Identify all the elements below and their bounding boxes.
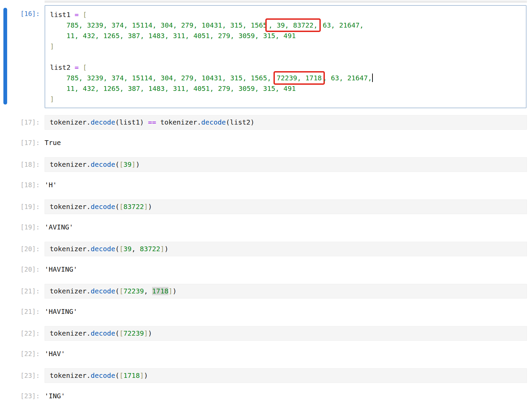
code-line[interactable]: 11, 432, 1265, 387, 1483, 311, 4051, 279… bbox=[50, 83, 521, 94]
code-token: , 39, 83722, bbox=[268, 21, 318, 29]
code-token: tokenizer. bbox=[50, 118, 90, 126]
code-line[interactable]: 11, 432, 1265, 387, 1483, 311, 4051, 279… bbox=[50, 31, 521, 41]
execution-count-prompt: [23]: bbox=[0, 368, 45, 380]
code-token: ( bbox=[115, 160, 119, 169]
code-token bbox=[50, 21, 66, 29]
output-text: True bbox=[45, 139, 532, 147]
code-token: list2 bbox=[50, 63, 74, 71]
code-line[interactable]: 785, 3239, 374, 15114, 304, 279, 10431, … bbox=[50, 73, 521, 83]
code-token: 72239, 1718 bbox=[277, 74, 321, 82]
code-token: ] bbox=[50, 95, 54, 103]
cell-list: [16]:list1 = [ 785, 3239, 374, 15114, 30… bbox=[0, 5, 532, 400]
code-token: ( bbox=[115, 329, 119, 337]
output-text: 'HAVING' bbox=[45, 308, 532, 316]
code-token: 11, 432, 1265, 387, 1483, 311, 4051, 279… bbox=[66, 84, 296, 93]
cell-output: [18]:'H' bbox=[0, 181, 532, 189]
code-token: [ bbox=[119, 329, 123, 337]
code-token: (list2) bbox=[226, 118, 254, 126]
code-cell-active: [16]:list1 = [ 785, 3239, 374, 15114, 30… bbox=[0, 5, 532, 108]
code-token: decode bbox=[201, 118, 226, 126]
execution-count-prompt: [20]: bbox=[0, 266, 45, 273]
code-token: tokenizer. bbox=[50, 287, 90, 295]
code-line[interactable] bbox=[50, 52, 521, 62]
code-input[interactable]: tokenizer.decode([1718]) bbox=[45, 368, 527, 383]
code-token: 1718 bbox=[123, 371, 140, 380]
code-token: 39 bbox=[123, 245, 132, 253]
code-line[interactable]: 785, 3239, 374, 15114, 304, 279, 10431, … bbox=[50, 20, 521, 31]
active-cell-collapser-bar[interactable] bbox=[3, 8, 7, 105]
cell-output: [21]:'HAVING' bbox=[0, 308, 532, 316]
code-token: 785, 3239, 374, 15114, 304, 279, 10431, … bbox=[66, 21, 267, 29]
code-token: 1718 bbox=[152, 287, 168, 295]
code-line[interactable]: ] bbox=[50, 94, 521, 105]
code-input[interactable]: tokenizer.decode([72239]) bbox=[45, 326, 527, 341]
code-cell: [22]:tokenizer.decode([72239]) bbox=[0, 326, 532, 341]
code-token bbox=[50, 84, 66, 93]
code-token: 39 bbox=[123, 160, 132, 169]
cell-output: [22]:'HAV' bbox=[0, 350, 532, 358]
execution-count-prompt: [22]: bbox=[0, 350, 45, 358]
code-token: ] bbox=[160, 245, 164, 253]
code-input[interactable]: tokenizer.decode([72239, 1718]) bbox=[45, 284, 527, 299]
code-token: 72239 bbox=[123, 287, 144, 295]
code-token: decode bbox=[90, 245, 115, 253]
code-token: list1 bbox=[50, 11, 74, 19]
cell-output: [17]:True bbox=[0, 139, 532, 147]
code-token: [ bbox=[83, 63, 87, 71]
cell-output: [23]:'ING' bbox=[0, 392, 532, 400]
code-cell: [21]:tokenizer.decode([72239, 1718]) bbox=[0, 284, 532, 299]
code-token: 83722 bbox=[123, 203, 144, 211]
code-token: [ bbox=[119, 160, 123, 169]
previous-cell-edge bbox=[45, 0, 527, 2]
code-token: tokenizer. bbox=[50, 203, 90, 211]
code-token: decode bbox=[90, 329, 115, 337]
code-token: = bbox=[74, 63, 79, 71]
code-input[interactable]: tokenizer.decode([39]) bbox=[45, 157, 527, 172]
execution-count-prompt: [17]: bbox=[0, 115, 45, 126]
code-token: 63, 21647, bbox=[319, 21, 364, 29]
execution-count-prompt: [20]: bbox=[0, 242, 45, 253]
code-editor[interactable]: list1 = [ 785, 3239, 374, 15114, 304, 27… bbox=[45, 5, 527, 108]
text-cursor bbox=[372, 74, 373, 82]
code-line[interactable]: ] bbox=[50, 41, 521, 52]
red-annotation-box: , 39, 83722, bbox=[265, 18, 321, 32]
code-token: ] bbox=[144, 329, 148, 337]
execution-count-prompt: [22]: bbox=[0, 326, 45, 337]
code-token: 83722 bbox=[140, 245, 160, 253]
code-input[interactable]: tokenizer.decode([39, 83722]) bbox=[45, 242, 527, 256]
code-token: [ bbox=[119, 371, 123, 380]
code-token: ( bbox=[115, 245, 119, 253]
code-token bbox=[50, 32, 66, 40]
code-input[interactable]: tokenizer.decode(list1) == tokenizer.dec… bbox=[45, 115, 527, 130]
execution-count-prompt: [19]: bbox=[0, 223, 45, 231]
code-token: , bbox=[144, 287, 152, 295]
code-token: tokenizer. bbox=[50, 371, 90, 380]
code-cell: [19]:tokenizer.decode([83722]) bbox=[0, 199, 532, 214]
cell-output: [20]:'HAVING' bbox=[0, 266, 532, 273]
code-token: , 63, 21647, bbox=[323, 74, 372, 82]
output-text: 'AVING' bbox=[45, 223, 532, 231]
code-token: 11, 432, 1265, 387, 1483, 311, 4051, 279… bbox=[66, 32, 296, 40]
code-token: ) bbox=[148, 329, 152, 337]
code-token: ] bbox=[50, 42, 54, 50]
code-token: ) bbox=[136, 160, 140, 169]
execution-count-prompt: [18]: bbox=[0, 157, 45, 169]
code-token bbox=[79, 63, 83, 71]
execution-count-prompt: [19]: bbox=[0, 199, 45, 211]
code-token: = bbox=[74, 11, 79, 19]
code-token: decode bbox=[90, 160, 115, 169]
code-input[interactable]: tokenizer.decode([83722]) bbox=[45, 199, 527, 214]
output-text: 'HAVING' bbox=[45, 266, 532, 273]
red-annotation-box: 72239, 1718 bbox=[273, 71, 325, 85]
code-token bbox=[79, 11, 83, 19]
execution-count-prompt: [18]: bbox=[0, 181, 45, 189]
code-token: == bbox=[148, 118, 156, 126]
code-token: decode bbox=[90, 371, 115, 380]
code-cell: [23]:tokenizer.decode([1718]) bbox=[0, 368, 532, 383]
code-token: 785, 3239, 374, 15114, 304, 279, 10431, … bbox=[66, 74, 275, 82]
code-token: (list1) bbox=[115, 118, 148, 126]
execution-count-prompt: [21]: bbox=[0, 308, 45, 316]
code-token: ) bbox=[144, 371, 148, 380]
code-token: ] bbox=[132, 160, 136, 169]
notebook: [16]:list1 = [ 785, 3239, 374, 15114, 30… bbox=[0, 0, 532, 401]
